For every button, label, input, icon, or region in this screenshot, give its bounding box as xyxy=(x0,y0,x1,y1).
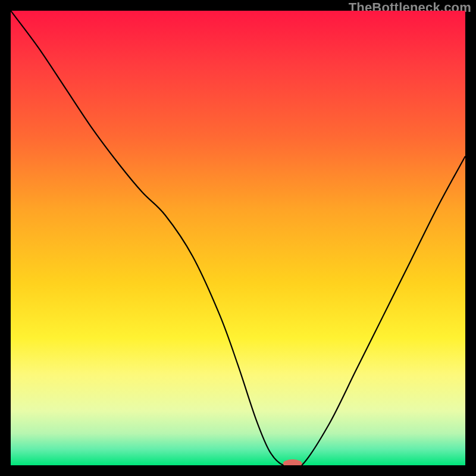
chart-plot-area xyxy=(11,11,465,465)
chart-background xyxy=(11,11,465,465)
chart-frame: TheBottleneck.com xyxy=(0,0,476,476)
chart-svg xyxy=(11,11,465,465)
